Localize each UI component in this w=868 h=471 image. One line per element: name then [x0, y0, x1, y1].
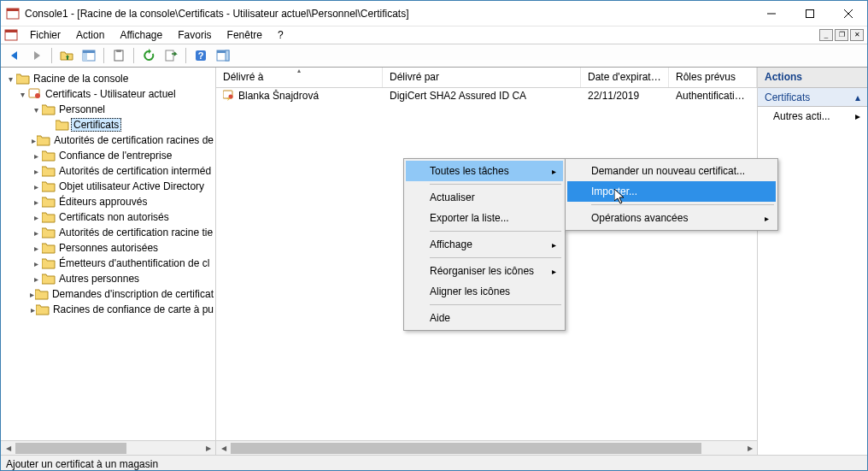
- tree-item[interactable]: ▸Demandes d'inscription de certificat: [1, 286, 215, 302]
- mdi-minimize-button[interactable]: _: [819, 29, 833, 41]
- tree-root[interactable]: ▾ Racine de la console: [1, 71, 215, 86]
- expand-icon[interactable]: ▸: [30, 136, 37, 145]
- scroll-thumb[interactable]: [231, 443, 701, 454]
- tree-scrollbar-horizontal[interactable]: ◀ ▶: [1, 440, 215, 455]
- scroll-thumb[interactable]: [15, 443, 126, 454]
- menu-operations-avancees[interactable]: Opérations avancées▸: [567, 208, 776, 228]
- list-scrollbar-horizontal[interactable]: ◀ ▶: [216, 440, 757, 455]
- mdi-restore-button[interactable]: ❐: [835, 29, 848, 41]
- expand-icon[interactable]: ▸: [30, 305, 36, 315]
- context-submenu: Demander un nouveau certificat... Import…: [565, 158, 778, 231]
- expand-icon[interactable]: ▸: [30, 197, 42, 207]
- col-issued-to[interactable]: ▴Délivré à: [216, 68, 383, 87]
- tree-item[interactable]: ▸Racines de confiance de carte à pu: [1, 302, 215, 317]
- menu-demander-certificat[interactable]: Demander un nouveau certificat...: [567, 161, 776, 181]
- tree-label: Éditeurs approuvés: [57, 196, 149, 208]
- menu-fichier[interactable]: Fichier: [23, 27, 67, 43]
- menu-aide[interactable]: Aide: [406, 308, 563, 328]
- svg-rect-13: [166, 50, 173, 61]
- svg-rect-10: [83, 50, 95, 53]
- cell-expiry: 22/11/2019: [581, 90, 669, 102]
- export-list-button[interactable]: [161, 45, 181, 66]
- expand-icon[interactable]: ▸: [30, 244, 42, 253]
- menu-fenetre[interactable]: Fenêtre: [220, 27, 269, 43]
- menu-aide[interactable]: ?: [271, 27, 290, 43]
- expand-icon[interactable]: ▸: [30, 151, 42, 161]
- tree-pane[interactable]: ▾ Racine de la console ▾ Certificats - U…: [1, 68, 216, 455]
- menu-action[interactable]: Action: [69, 27, 111, 43]
- tree-label: Autres personnes: [57, 273, 141, 285]
- actions-pane: Actions Certificats ▴ Autres acti... ▸: [758, 68, 867, 455]
- menu-favoris[interactable]: Favoris: [171, 27, 218, 43]
- expand-icon[interactable]: ▸: [30, 182, 42, 191]
- tree-certificats[interactable]: Certificats: [1, 117, 215, 132]
- expand-icon[interactable]: ▸: [30, 228, 42, 238]
- list-row[interactable]: Blanka Šnajdrová DigiCert SHA2 Assured I…: [216, 88, 757, 103]
- menu-toutes-les-taches[interactable]: Toutes les tâches▸: [406, 161, 563, 181]
- refresh-button[interactable]: [138, 45, 159, 66]
- actions-more[interactable]: Autres acti... ▸: [758, 107, 867, 126]
- tree-item[interactable]: ▸Autorités de certification racines de: [1, 132, 215, 148]
- cert-with-key-icon: [223, 90, 237, 102]
- close-button[interactable]: [829, 1, 867, 26]
- expand-icon[interactable]: ▸: [30, 167, 42, 176]
- tree-item[interactable]: ▸Objet utilisateur Active Directory: [1, 179, 215, 194]
- scroll-right-icon[interactable]: ▶: [201, 441, 215, 455]
- expand-icon[interactable]: ▸: [30, 274, 42, 284]
- tree-certs-user[interactable]: ▾ Certificats - Utilisateur actuel: [1, 86, 215, 102]
- back-button[interactable]: [4, 45, 25, 66]
- show-hide-tree-button[interactable]: [79, 45, 99, 66]
- tree-item[interactable]: ▸Autres personnes: [1, 271, 215, 286]
- tree-item[interactable]: ▸Confiance de l'entreprise: [1, 148, 215, 163]
- menu-importer[interactable]: Importer...: [567, 181, 776, 202]
- svg-rect-1: [7, 9, 19, 11]
- col-expiry[interactable]: Date d'expirati...: [581, 68, 669, 87]
- mdi-close-button[interactable]: ✕: [850, 29, 864, 41]
- expand-icon[interactable]: ▸: [30, 213, 42, 222]
- minimize-button[interactable]: [752, 1, 790, 26]
- scroll-right-icon[interactable]: ▶: [742, 441, 757, 455]
- help-button[interactable]: ?: [191, 45, 211, 66]
- copy-button[interactable]: [108, 45, 129, 66]
- tree-item[interactable]: ▸Autorités de certification interméd: [1, 163, 215, 179]
- up-button[interactable]: [56, 45, 77, 66]
- collapse-icon[interactable]: ▾: [30, 105, 42, 115]
- col-roles[interactable]: Rôles prévus: [669, 68, 757, 87]
- tree-item[interactable]: ▸Émetteurs d'authentification de cl: [1, 256, 215, 271]
- tree-item[interactable]: ▸Personnes autorisées: [1, 240, 215, 256]
- chevron-right-icon: ▸: [552, 267, 556, 276]
- expand-icon[interactable]: ▸: [30, 259, 42, 268]
- collapse-icon[interactable]: ▾: [4, 74, 16, 84]
- cert-icon: [28, 88, 42, 100]
- chevron-right-icon: ▸: [855, 110, 860, 122]
- folder-icon: [42, 242, 56, 254]
- maximize-button[interactable]: [790, 1, 829, 26]
- sort-asc-icon: ▴: [297, 68, 301, 74]
- actions-subtitle[interactable]: Certificats ▴: [758, 88, 867, 107]
- menu-exporter-liste[interactable]: Exporter la liste...: [406, 208, 563, 228]
- tree-personnel[interactable]: ▾ Personnel: [1, 102, 215, 117]
- menu-aligner-icones[interactable]: Aligner les icônes: [406, 281, 563, 302]
- menu-reorganiser-icones[interactable]: Réorganiser les icônes▸: [406, 261, 563, 281]
- chevron-right-icon: ▸: [552, 167, 556, 176]
- folder-icon: [42, 196, 56, 208]
- clipboard-icon: [112, 49, 126, 62]
- window-button[interactable]: [213, 45, 233, 66]
- tree-item[interactable]: ▸Autorités de certification racine tie: [1, 225, 215, 240]
- tree-label: Certificats - Utilisateur actuel: [44, 88, 178, 100]
- menu-affichage[interactable]: Affichage: [113, 27, 169, 43]
- scroll-left-icon[interactable]: ◀: [1, 441, 15, 455]
- scroll-left-icon[interactable]: ◀: [216, 441, 231, 455]
- tree-item[interactable]: ▸Certificats non autorisés: [1, 209, 215, 225]
- svg-text:?: ?: [198, 50, 204, 61]
- menu-actualiser[interactable]: Actualiser: [406, 187, 563, 208]
- col-issued-by[interactable]: Délivré par: [383, 68, 581, 87]
- menu-bar: Fichier Action Affichage Favoris Fenêtre…: [4, 27, 290, 43]
- svg-rect-12: [116, 50, 121, 52]
- menu-affichage[interactable]: Affichage▸: [406, 234, 563, 255]
- status-text: Ajouter un certificat à un magasin: [6, 458, 158, 470]
- folder-icon: [42, 257, 56, 269]
- collapse-icon[interactable]: ▾: [16, 90, 28, 99]
- forward-button[interactable]: [26, 45, 47, 66]
- tree-item[interactable]: ▸Éditeurs approuvés: [1, 194, 215, 209]
